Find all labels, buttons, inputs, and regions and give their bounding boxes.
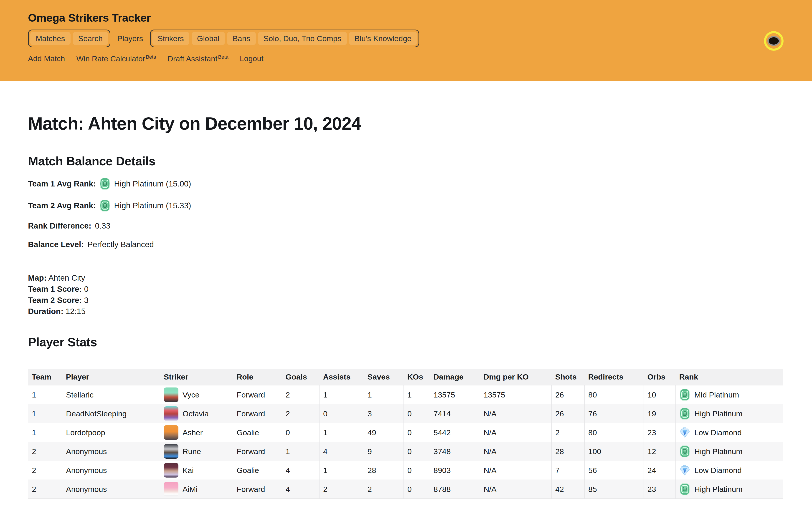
cell-rank: High Platinum [676,442,783,461]
cell-role: Forward [233,404,282,423]
table-row: 1 Lordofpoop Asher Goalie 0 1 49 0 5442 … [28,423,783,442]
duration-value: 12:15 [66,307,85,315]
platinum-rank-icon [679,389,690,401]
col-player: Player [62,369,160,385]
cell-shots: 42 [552,480,585,499]
cell-team: 1 [28,404,62,423]
nav-row-secondary: Add Match Win Rate CalculatorBeta Draft … [28,54,812,63]
cell-goals: 1 [282,442,319,461]
nav-win-rate-calculator-link[interactable]: Win Rate CalculatorBeta [76,54,156,63]
cell-redirects: 80 [585,385,644,404]
cell-kos: 0 [404,480,430,499]
cell-assists: 1 [319,461,364,480]
cell-damage: 8903 [430,461,480,480]
team2-score-label: Team 2 Score: [28,296,82,304]
striker-name: AiMi [183,485,198,494]
nav-bans-button[interactable]: Bans [227,32,256,45]
map-value: Ahten City [48,273,85,282]
cell-assists: 0 [319,404,364,423]
balance-level-label: Balance Level: [28,240,84,249]
theme-toggle-button[interactable] [764,31,783,51]
cell-saves: 3 [364,404,404,423]
rank-label: High Platinum [694,447,743,456]
nav-row-primary: Matches Search Players Strikers Global B… [28,30,812,47]
cell-player: Anonymous [62,461,160,480]
col-role: Role [233,369,282,385]
cell-goals: 2 [282,385,319,404]
nav-blus-knowledge-button[interactable]: Blu's Knowledge [349,32,417,45]
cell-team: 2 [28,442,62,461]
rank-difference-value: 0.33 [95,221,110,230]
cell-assists: 1 [319,385,364,404]
duration-label: Duration: [28,307,64,315]
cell-team: 2 [28,480,62,499]
col-kos: KOs [404,369,430,385]
nav-search-button[interactable]: Search [73,32,108,45]
cell-orbs: 19 [644,404,676,423]
cell-damage: 7414 [430,404,480,423]
nav-logout-link[interactable]: Logout [240,54,264,63]
nav-global-button[interactable]: Global [192,32,225,45]
cell-damage: 8788 [430,480,480,499]
match-details-block: Map: Ahten City Team 1 Score: 0 Team 2 S… [28,272,783,317]
main-content: Match: Ahten City on December 10, 2024 M… [0,113,812,499]
cell-damage: 13575 [430,385,480,404]
cell-team: 2 [28,461,62,480]
col-orbs: Orbs [644,369,676,385]
cell-damage: 5442 [430,423,480,442]
cell-striker: Octavia [160,404,233,423]
cell-player: Anonymous [62,442,160,461]
nav-strikers-button[interactable]: Strikers [152,32,189,45]
cell-orbs: 24 [644,461,676,480]
col-striker: Striker [160,369,233,385]
col-team: Team [28,369,62,385]
cell-goals: 2 [282,404,319,423]
col-redirects: Redirects [585,369,644,385]
team2-avg-rank-value: High Platinum (15.33) [114,201,191,210]
cell-redirects: 85 [585,480,644,499]
cell-orbs: 23 [644,423,676,442]
cell-kos: 1 [404,385,430,404]
striker-name: Octavia [183,409,209,418]
striker-avatar [164,482,179,496]
col-shots: Shots [552,369,585,385]
nav-draft-assistant-link[interactable]: Draft AssistantBeta [167,54,228,63]
app-header: Omega Strikers Tracker Matches Search Pl… [0,0,812,81]
platinum-rank-icon [100,200,110,212]
cell-damage: 3748 [430,442,480,461]
cell-rank: Low Diamond [676,461,783,480]
cell-shots: 26 [552,385,585,404]
team2-score-value: 3 [84,296,88,304]
nav-add-match-link[interactable]: Add Match [28,54,65,63]
cell-rank: Mid Platinum [676,385,783,404]
nav-players-link[interactable]: Players [117,34,143,43]
site-title: Omega Strikers Tracker [28,11,812,24]
cell-striker: AiMi [160,480,233,499]
nav-group-matches: Matches Search [28,30,110,47]
team1-avg-rank-label: Team 1 Avg Rank: [28,179,96,188]
platinum-rank-icon [100,178,110,190]
map-line: Map: Ahten City [28,272,783,283]
nav-comps-button[interactable]: Solo, Duo, Trio Comps [258,32,347,45]
table-row: 1 Stellaric Vyce Forward 2 1 1 1 13575 1… [28,385,783,404]
striker-avatar [164,425,179,440]
cell-role: Goalie [233,461,282,480]
cell-saves: 49 [364,423,404,442]
cell-rank: High Platinum [676,404,783,423]
team1-score-label: Team 1 Score: [28,285,82,293]
cell-dmg-per-ko: N/A [480,423,552,442]
nav-matches-button[interactable]: Matches [30,32,71,45]
striker-avatar [164,444,179,459]
balance-details-heading: Match Balance Details [28,154,783,168]
cell-saves: 9 [364,442,404,461]
rank-label: Mid Platinum [694,390,739,399]
cell-role: Forward [233,442,282,461]
cell-dmg-per-ko: N/A [480,404,552,423]
cell-dmg-per-ko: N/A [480,461,552,480]
cell-dmg-per-ko: N/A [480,442,552,461]
col-saves: Saves [364,369,404,385]
moon-icon [767,36,780,46]
table-header-row: Team Player Striker Role Goals Assists S… [28,369,783,385]
diamond-rank-icon [679,426,690,439]
cell-orbs: 23 [644,480,676,499]
